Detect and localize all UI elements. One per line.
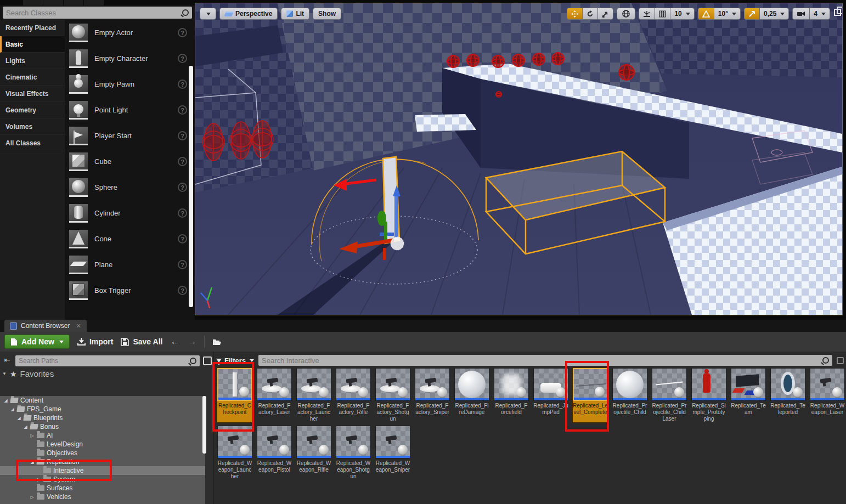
tree-item-content[interactable]: ◢Content [0,396,205,405]
place-actor-item[interactable]: Point Light? [65,97,195,123]
rotate-tool-button[interactable] [582,8,597,20]
viewport-3d-scene[interactable] [195,3,842,315]
asset-tile[interactable]: Replicated_Weapon_Launcher [217,426,252,480]
rotation-snapping-button[interactable] [698,8,714,20]
asset-tile[interactable]: Replicated_Simple_Prototyping [691,368,726,422]
search-classes-box[interactable] [3,7,192,19]
expander-icon[interactable]: ◢ [16,416,21,421]
camera-speed-value-button[interactable]: 4 [809,8,830,20]
world-local-toggle-button[interactable] [617,8,635,20]
place-actor-item[interactable]: Cone? [65,226,195,252]
level-viewport[interactable]: Perspective Lit Show [195,3,843,315]
asset-tile[interactable]: Replicated_Weapon_Pistol [257,426,292,480]
asset-tile[interactable]: Replicated_Team [731,368,766,422]
collapse-sources-icon[interactable]: ⇤ [2,356,12,366]
asset-tile[interactable]: Replicated_Checkpoint [217,368,252,422]
scale-tool-button[interactable] [597,8,613,20]
tree-item-leveldesign[interactable]: LevelDesign [0,440,205,449]
place-actor-item[interactable]: Player Start? [65,123,195,149]
scale-snapping-button[interactable] [744,8,759,20]
grid-snap-value-button[interactable]: 10 [670,8,694,20]
category-basic[interactable]: Basic [0,36,65,53]
tree-item-ai[interactable]: ▷AI [0,431,205,440]
forward-arrow-button[interactable]: → [187,336,196,347]
mode-tab[interactable] [23,0,43,5]
asset-tile[interactable]: Replicated_JumpPad [533,368,568,422]
place-actor-item[interactable]: Plane? [65,252,195,278]
category-cinematic[interactable]: Cinematic [0,69,65,86]
close-icon[interactable]: ✕ [76,322,81,330]
category-lights[interactable]: Lights [0,53,65,69]
editor-modes-strip[interactable] [0,0,195,5]
mode-tab[interactable] [84,0,104,5]
lit-mode-button[interactable]: Lit [281,8,309,20]
perspective-button[interactable]: Perspective [219,8,278,20]
filters-button[interactable]: Filters [216,356,254,365]
expander-icon[interactable]: ◢ [3,398,8,403]
tree-item-system[interactable]: ▷System [0,475,205,484]
save-all-button[interactable]: Save All [121,337,162,346]
help-icon[interactable]: ? [178,80,187,89]
help-icon[interactable]: ? [178,260,187,269]
asset-tile[interactable]: Replicated_Factory_Shotgun [375,368,410,422]
move-tool-button[interactable] [567,8,582,20]
tree-item-replication[interactable]: ◢Replication [0,457,205,466]
surface-snapping-button[interactable] [639,8,655,20]
list-view-icon[interactable] [203,356,212,365]
asset-tile[interactable]: Replicated_Weapon_Shotgun [336,426,371,480]
expander-icon[interactable]: ▼ [2,371,7,376]
expander-icon[interactable]: ▷ [36,477,41,482]
asset-tile[interactable]: Replicated_Weapon_Rifle [296,426,331,480]
search-assets-input[interactable] [262,356,822,365]
search-paths-box[interactable] [15,355,200,366]
place-actor-item[interactable]: Cube? [65,149,195,174]
maximize-viewport-icon[interactable] [834,9,841,16]
tree-item-objectives[interactable]: Objectives [0,449,205,457]
category-volumes[interactable]: Volumes [0,118,65,135]
asset-tile[interactable]: Replicated_Factory_Rifle [336,368,371,422]
category-geometry[interactable]: Geometry [0,102,65,118]
asset-tile[interactable]: Replicated_Weapon_Laser [810,368,845,422]
rotation-snap-value-button[interactable]: 10° [714,8,741,20]
help-icon[interactable]: ? [178,157,187,166]
search-classes-input[interactable] [6,9,182,17]
place-actor-item[interactable]: Empty Pawn? [65,71,195,97]
asset-tile[interactable]: Replicated_Projectile_Child [612,368,647,422]
mode-tab[interactable] [43,0,63,5]
help-icon[interactable]: ? [178,183,187,192]
place-actor-item[interactable]: Empty Actor? [65,20,195,46]
search-assets-box[interactable] [258,355,832,366]
content-browser-tab[interactable]: Content Browser ✕ [4,320,87,332]
save-search-icon[interactable] [837,357,844,364]
help-icon[interactable]: ? [178,208,187,218]
expander-icon[interactable]: ◢ [23,424,28,429]
place-actor-item[interactable]: Box Trigger? [65,278,195,303]
favorites-row[interactable]: ▼ ★ Favorites [2,369,54,378]
asset-tile[interactable]: Replicated_Forcefield [494,368,529,422]
help-icon[interactable]: ? [178,105,187,115]
tree-item-interactive[interactable]: Interactive [0,466,205,475]
help-icon[interactable]: ? [178,234,187,243]
viewport-options-button[interactable] [200,8,216,20]
asset-tile[interactable]: Replicated_FireDamage [454,368,489,422]
mode-tab[interactable] [64,0,83,5]
camera-speed-button[interactable] [792,8,809,20]
help-icon[interactable]: ? [178,286,187,295]
asset-tile[interactable]: Replicated_Factory_Sniper [415,368,450,422]
asset-tile[interactable]: Replicated_Level_Complete [573,368,608,422]
grid-snapping-button[interactable] [655,8,670,20]
asset-tile[interactable]: Replicated_Teleported [770,368,805,422]
category-visual-effects[interactable]: Visual Effects [0,86,65,102]
category-all-classes[interactable]: All Classes [0,135,65,151]
asset-tile[interactable]: Replicated_Factory_Launcher [296,368,331,422]
import-button[interactable]: Import [77,337,114,346]
asset-tile[interactable]: Replicated_Weapon_Sniper [375,426,410,480]
help-icon[interactable]: ? [178,28,187,37]
show-button[interactable]: Show [313,8,341,20]
search-paths-input[interactable] [19,357,190,365]
tree-item-surfaces[interactable]: Surfaces [0,484,205,492]
expander-icon[interactable]: ◢ [10,407,15,412]
expander-icon[interactable]: ▷ [30,433,35,438]
tree-item-vehicles[interactable]: ▷Vehicles [0,492,205,501]
add-new-button[interactable]: Add New [4,335,70,349]
